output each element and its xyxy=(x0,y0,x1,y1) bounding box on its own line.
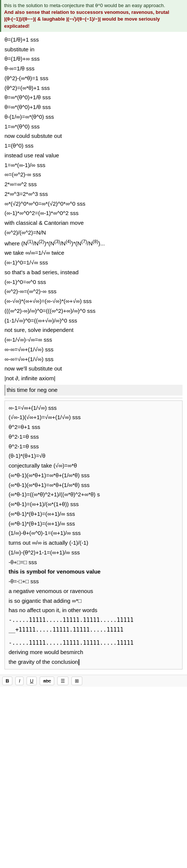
section1: θ=(1/θ)+1 sss substitute in θ=(1/θ)+∞ ss… xyxy=(4,35,183,396)
s2-line-19: a negative venomous or ravenous xyxy=(9,587,178,596)
line-8: θ-(1/∞)=∞*(θ^0) sss xyxy=(4,112,183,122)
s2-line-1: (√∞-1)(√∞+1)=√∞+(1/√∞) sss xyxy=(9,413,178,422)
dots-line3: -.....11111.....11111.11111.....11111 xyxy=(9,638,178,648)
line-7: θ=∞*(θ^0)+1/θ sss xyxy=(4,103,183,112)
line-30: not sure, solve independent xyxy=(4,326,183,335)
s2-line-16: -θ+□=□ sss xyxy=(9,558,178,567)
s2-line-9: (∞*θ-1)=((∞*θ)^2+1)/((∞*θ)^2+∞*θ) s xyxy=(9,490,178,499)
line-26: (∞^2)-∞=(∞^2)-∞ sss xyxy=(4,287,183,296)
bottom-toolbar: B I U abc ☰ ⊞ xyxy=(0,675,187,687)
line-1: substitute in xyxy=(4,45,183,54)
s2-line-4: θ^2-1=θ sss xyxy=(9,442,178,451)
s2-line-12: (∞*θ-1)*(θ+1)=(∞+1)/∞ sss xyxy=(9,519,178,529)
line-22: we take ∞/∞=1/√∞ twice xyxy=(4,248,183,258)
line-18: (∞-1)*∞^0^2=(∞-1)*∞^0^2 sss xyxy=(4,209,183,218)
line-27: (∞-√∞)*(∞+√∞)=(∞-√∞)*(∞+√∞) sss xyxy=(4,297,183,306)
s2-line-10: (∞*θ-1)=(∞+1)/(∞*(1+θ)) sss xyxy=(9,500,178,509)
line-2: θ=(1/θ)+∞ sss xyxy=(4,54,183,64)
line-11: 1=(θ^0) sss xyxy=(4,141,183,151)
banner-line1: this is the solution to meta-conjecture … xyxy=(4,2,184,9)
line-12: instead use real value xyxy=(4,151,183,160)
dots-line1: -.....11111.....11111.11111.....11111 xyxy=(9,616,178,625)
s2-line-14: turns out ∞/∞ is actually (-1)/(-1) xyxy=(9,538,178,548)
top-banner: this is the solution to meta-conjecture … xyxy=(0,0,187,32)
dots-line2: __+11111.....11111.11111.....11111 xyxy=(9,625,178,635)
neg-one-header: this time for neg one xyxy=(4,385,183,396)
axiom-line: |not ∂, infinite axiom| xyxy=(4,374,183,383)
line-25: (∞-1)^0=∞^0 sss xyxy=(4,278,183,287)
bold-button[interactable]: B xyxy=(2,677,12,685)
line-29: (1-1/√∞)^0=((∞+√∞)/∞)^0 sss xyxy=(4,316,183,326)
conclusion-line: the gravity of the conclusion xyxy=(9,659,79,665)
section2: ∞-1=√∞+(1/√∞) sss (√∞-1)(√∞+1)=√∞+(1/√∞)… xyxy=(4,400,183,669)
line-32: ∞-∞=√∞+(1/√∞) sss xyxy=(4,345,183,354)
banner-line3: |(θ-(−1))/(θ−−)| & laughable |(−√)/(θ−(−… xyxy=(4,16,184,29)
line-28: (((∞^2)-∞)/∞)^0=(((∞^2)+∞)/∞)^0 sss xyxy=(4,306,183,316)
line-3: θ-∞=1/θ sss xyxy=(4,64,183,73)
text-cursor xyxy=(79,659,79,665)
italic-button[interactable]: I xyxy=(15,677,24,685)
banner-line2: And also sense that relation to successo… xyxy=(4,9,184,16)
s2-line-2: θ^2=θ+1 sss xyxy=(9,423,178,432)
s2-line-15: (1/∞)-(θ^2)+1-1=(∞+1)/∞ sss xyxy=(9,548,178,557)
line-14: ∞=(∞^2)-∞ sss xyxy=(4,170,183,179)
line-10: now could substute out xyxy=(4,131,183,141)
grid-button[interactable]: ⊞ xyxy=(71,677,82,685)
line-24: so that's a bad series, instead xyxy=(4,268,183,277)
besmirch-line: deriving more would besmirch xyxy=(9,648,178,657)
line-17: ∞*(√2)^0*∞^0=∞*(√2)^0*∞^0 sss xyxy=(4,199,183,209)
line-4: (θ^2)-(∞*θ)=1 sss xyxy=(4,74,183,83)
line-31: (∞-1/√∞)-√∞=∞ sss xyxy=(4,335,183,345)
section-divider xyxy=(4,398,183,398)
line-13: 1=∞*(∞-1)/∞ sss xyxy=(4,161,183,170)
line-5: (θ^2)=(∞*θ)+1 sss xyxy=(4,84,183,93)
s2-line-21: has no affect upon it, in other words xyxy=(9,606,178,615)
line-23: (∞-1)^0=1/√∞ sss xyxy=(4,258,183,267)
line-0: θ=(1/θ)+1 sss xyxy=(4,35,183,45)
s2-line-5: (θ-1)*(θ+1)=√θ xyxy=(9,451,178,461)
s2-line-18: -θ=-□+□ sss xyxy=(9,577,178,586)
line-19: with classical & Cantorian move xyxy=(4,218,183,228)
list-button[interactable]: ☰ xyxy=(57,677,68,685)
line-33: ∞-∞=√∞+(1/√∞) sss xyxy=(4,355,183,364)
strikethrough-button[interactable]: abc xyxy=(40,677,54,685)
line-34: now we'll substitute out xyxy=(4,364,183,373)
venomous-label: this is symbol for venomous value xyxy=(9,567,178,577)
s2-line-11: (∞*θ-1)*(θ+1)=(∞+1)/∞ sss xyxy=(9,509,178,519)
underline-button[interactable]: U xyxy=(27,677,37,685)
s2-line-13: (1/∞)-θ+(∞^0)-1=(∞+1)/∞ sss xyxy=(9,529,178,538)
line-6: θ=∞*(θ^0)+1/θ sss xyxy=(4,93,183,102)
main-content: θ=(1/θ)+1 sss substitute in θ=(1/θ)+∞ ss… xyxy=(0,32,187,675)
line-21: where (N(1)/N(2))*(N(3)/N(4))*(N(7)/N(8)… xyxy=(4,238,183,248)
line-16: 2*∞^3=2*∞^3 sss xyxy=(4,190,183,199)
line-20: (∞^2)/(∞^2)=N/N xyxy=(4,228,183,238)
s2-line-3: θ^2-1=θ sss xyxy=(9,432,178,442)
line-15: 2*∞=∞^2 sss xyxy=(4,180,183,189)
s2-line-6: conjecturally take (√∞)=∞*θ xyxy=(9,461,178,471)
s2-line-0: ∞-1=√∞+(1/√∞) sss xyxy=(9,403,178,413)
s2-line-8: (∞*θ-1)(∞*θ+1)=∞*θ+(1/∞*θ) sss xyxy=(9,481,178,490)
s2-line-7: (∞*θ-1)(∞*θ+1)=∞*θ+(1/∞*θ) sss xyxy=(9,471,178,480)
line-9: 1=∞*(θ^0) sss xyxy=(4,122,183,131)
s2-line-20: is so gigantic that adding ∞*□ xyxy=(9,596,178,606)
